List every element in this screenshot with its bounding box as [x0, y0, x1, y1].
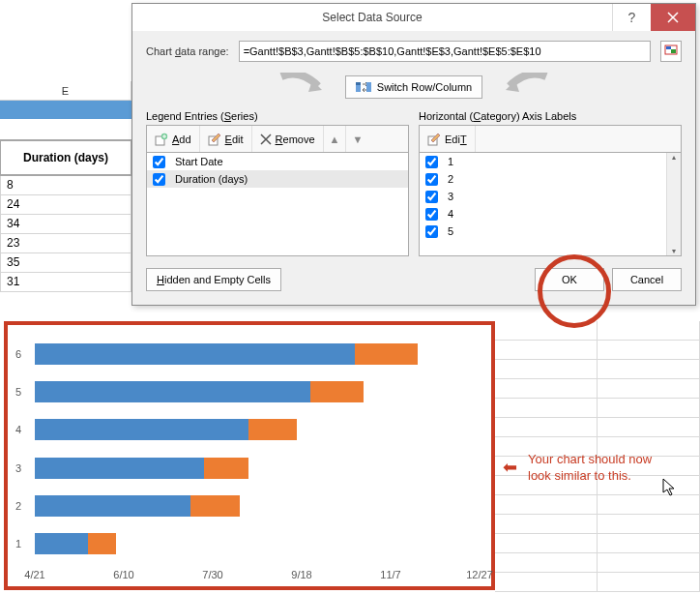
hidden-empty-cells-button[interactable]: Hidden and Empty Cells	[146, 268, 281, 291]
close-button[interactable]	[651, 4, 695, 31]
bar-segment-duration	[190, 495, 240, 517]
y-tick-label: 5	[15, 386, 21, 398]
series-checkbox[interactable]	[153, 156, 165, 168]
y-tick-label: 2	[15, 500, 21, 512]
chart-preview: 1234564/216/107/309/1811/712/27	[4, 321, 495, 590]
svg-rect-5	[366, 82, 371, 92]
close-icon	[667, 12, 679, 23]
chart-data-range-input[interactable]	[239, 41, 651, 62]
list-item: 2	[420, 170, 681, 188]
series-list[interactable]: Start Date Duration (days)	[146, 152, 409, 256]
dialog-title: Select Data Source	[132, 11, 612, 24]
x-tick-label: 7/30	[202, 569, 222, 580]
bar-segment-start	[35, 533, 88, 554]
bar-row	[35, 458, 480, 479]
triangle-up-icon: ▲	[330, 134, 340, 145]
scrollbar[interactable]	[666, 153, 681, 255]
move-down-button[interactable]: ▼	[346, 126, 368, 152]
add-series-button[interactable]: Add	[147, 126, 200, 152]
bar-segment-duration	[355, 343, 417, 365]
table-cell[interactable]: 8	[0, 176, 131, 195]
spreadsheet-fragment: E Duration (days) 8 24 34 23 35 31	[0, 81, 131, 292]
y-tick-label: 1	[15, 538, 21, 549]
list-item: 1	[420, 153, 681, 170]
edit-series-button[interactable]: Edit	[200, 126, 252, 152]
bar-row	[35, 419, 480, 440]
table-header-duration[interactable]: Duration (days)	[0, 139, 131, 176]
table-cell[interactable]: 35	[0, 253, 131, 273]
add-icon	[155, 133, 168, 146]
edit-icon	[427, 133, 441, 146]
svg-rect-1	[666, 46, 671, 49]
y-tick-label: 6	[15, 348, 21, 360]
edit-axis-labels-button[interactable]: EdiT	[420, 126, 476, 152]
series-checkbox[interactable]	[153, 173, 165, 186]
bar-row	[35, 533, 480, 554]
bar-segment-duration	[248, 419, 298, 440]
category-checkbox[interactable]	[425, 225, 438, 238]
bar-segment-duration	[204, 458, 248, 479]
category-checkbox[interactable]	[425, 173, 438, 186]
bar-row	[35, 381, 480, 402]
x-tick-label: 4/21	[24, 569, 44, 580]
svg-rect-2	[671, 49, 676, 53]
range-picker-icon	[664, 45, 678, 58]
svg-rect-4	[356, 82, 361, 85]
y-tick-label: 4	[15, 424, 21, 435]
switch-row-column-button[interactable]: Switch Row/Column	[345, 75, 482, 99]
table-cell[interactable]: 23	[0, 234, 131, 253]
mouse-cursor-icon	[662, 478, 678, 500]
filled-row	[0, 101, 131, 120]
bar-segment-duration	[88, 533, 116, 554]
table-cell[interactable]: 24	[0, 195, 131, 215]
edit-icon	[208, 133, 221, 146]
annotation-arrow-icon: ⬅	[503, 457, 517, 478]
bar-row	[35, 495, 480, 517]
ok-button[interactable]: OK	[535, 268, 604, 291]
axis-labels-panel: Horizontal (Category) Axis Labels EdiT 1…	[419, 110, 682, 256]
chart-data-range-label: Chart data range:	[146, 45, 229, 57]
table-cell[interactable]: 34	[0, 215, 131, 234]
arrow-left-icon	[276, 73, 326, 102]
bar-segment-start	[35, 458, 204, 479]
y-tick-label: 3	[15, 462, 21, 474]
bar-segment-start	[35, 381, 310, 402]
x-tick-label: 9/18	[291, 569, 311, 580]
cancel-button[interactable]: Cancel	[612, 268, 682, 291]
category-checkbox[interactable]	[425, 156, 438, 168]
switch-icon	[356, 80, 371, 94]
x-tick-label: 12/27	[466, 569, 493, 580]
arrow-right-icon	[502, 73, 552, 102]
bar-segment-start	[35, 343, 355, 365]
annotation-text: Your chart should nowlook similar to thi…	[528, 452, 652, 485]
triangle-down-icon: ▼	[352, 134, 363, 145]
select-data-source-dialog: Select Data Source ? Chart data range: S…	[131, 3, 696, 306]
bar-segment-start	[35, 419, 248, 440]
legend-entries-title: Legend Entries (Series)	[146, 110, 409, 122]
x-tick-label: 6/10	[113, 569, 133, 580]
list-item: 4	[420, 205, 681, 223]
collapse-dialog-button[interactable]	[660, 41, 682, 62]
list-item: 5	[420, 223, 681, 240]
bar-segment-duration	[310, 381, 364, 402]
list-item: Duration (days)	[147, 170, 408, 188]
column-header-e[interactable]: E	[0, 81, 131, 100]
x-tick-label: 11/7	[380, 569, 400, 580]
remove-series-button[interactable]: Remove	[252, 126, 324, 152]
dialog-titlebar[interactable]: Select Data Source ?	[132, 4, 695, 31]
list-item: Start Date	[147, 153, 408, 170]
move-up-button[interactable]: ▲	[324, 126, 347, 152]
axis-labels-title: Horizontal (Category) Axis Labels	[419, 110, 682, 122]
category-checkbox[interactable]	[425, 191, 438, 203]
remove-icon	[260, 134, 272, 145]
help-button[interactable]: ?	[612, 4, 651, 31]
table-cell[interactable]: 31	[0, 273, 131, 292]
bar-segment-start	[35, 495, 190, 517]
category-checkbox[interactable]	[425, 208, 438, 221]
category-list[interactable]: 1 2 3 4 5	[419, 152, 682, 256]
list-item: 3	[420, 188, 681, 205]
legend-entries-panel: Legend Entries (Series) Add Edit Remove	[146, 110, 409, 256]
bar-row	[35, 343, 480, 365]
